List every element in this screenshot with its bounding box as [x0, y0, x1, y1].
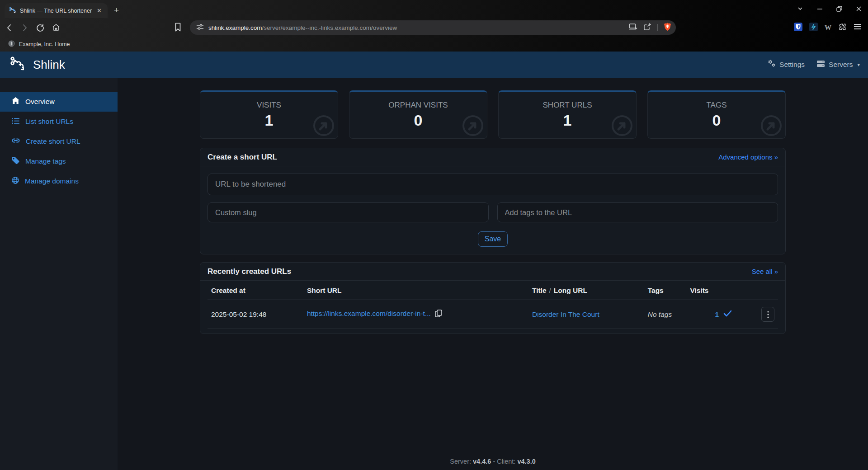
col-actions — [758, 281, 778, 300]
new-tab-button[interactable]: + — [114, 5, 119, 15]
stat-label: VISITS — [200, 101, 338, 110]
minimize-button[interactable] — [817, 6, 823, 12]
chevron-down-icon: ▾ — [857, 62, 860, 68]
close-window-button[interactable] — [856, 6, 862, 12]
server-version: v4.4.6 — [473, 458, 491, 465]
sidebar-item-create-short-url[interactable]: Create short URL — [0, 132, 118, 151]
short-url-link[interactable]: https://links.example.com/disorder-in-t.… — [307, 310, 431, 317]
link-icon — [12, 137, 20, 146]
tags-input[interactable] — [497, 202, 778, 222]
reload-button[interactable] — [36, 24, 44, 32]
bookmark-example-inc-home[interactable]: Example, Inc. Home — [8, 40, 70, 48]
main-content: VISITS 1 ORPHAN VISITS 0 SHORT URLS 1 — [118, 78, 868, 470]
servers-label: Servers — [829, 61, 853, 69]
client-version: v4.3.0 — [517, 458, 535, 465]
stat-card-short-urls[interactable]: SHORT URLS 1 — [498, 90, 637, 139]
stat-card-orphan-visits[interactable]: ORPHAN VISITS 0 — [349, 90, 487, 139]
url-path: /server/example--inc.-links.example.com/… — [262, 24, 397, 31]
settings-label: Settings — [779, 61, 805, 69]
sidebar-item-manage-tags[interactable]: Manage tags — [0, 151, 118, 171]
bookmark-label: Example, Inc. Home — [19, 41, 70, 47]
title-link[interactable]: Disorder In The Court — [532, 310, 599, 318]
sidebar-item-label: List short URLs — [25, 118, 73, 126]
browser-menu-icon[interactable] — [854, 23, 862, 32]
create-short-url-card: Create a short URL Advanced options » Sa… — [200, 148, 786, 254]
sidebar-item-label: Overview — [25, 98, 55, 106]
servers-icon — [816, 60, 825, 69]
maximize-button[interactable] — [836, 6, 842, 12]
table-row: 2025-05-02 19:48 https://links.example.c… — [208, 300, 778, 329]
tab-search-chevron-icon[interactable] — [797, 5, 803, 12]
lightning-extension-icon[interactable] — [809, 23, 818, 33]
visits-cell: 1 — [686, 300, 758, 329]
brave-shield-icon[interactable] — [664, 23, 671, 33]
long-url-input[interactable] — [208, 174, 778, 195]
settings-button[interactable]: Settings — [767, 60, 805, 70]
browser-chrome: Shlink — The URL shortener ✕ + — [0, 0, 868, 52]
row-menu-button[interactable] — [761, 307, 774, 322]
client-label: Client: — [497, 458, 515, 465]
browser-tab[interactable]: Shlink — The URL shortener ✕ — [5, 3, 108, 18]
recent-card-title: Recently created URLs — [208, 267, 291, 276]
col-tags: Tags — [644, 281, 687, 300]
address-bar[interactable]: shlink.example.com/server/example--inc.-… — [190, 20, 676, 35]
save-page-icon[interactable] — [629, 23, 637, 32]
sidebar-item-label: Manage tags — [25, 157, 66, 165]
custom-slug-input[interactable] — [208, 202, 489, 222]
stats-row: VISITS 1 ORPHAN VISITS 0 SHORT URLS 1 — [200, 90, 786, 139]
external-arrow-icon — [611, 114, 633, 139]
list-icon — [12, 118, 19, 126]
stat-card-tags[interactable]: TAGS 0 — [647, 90, 786, 139]
external-arrow-icon — [760, 114, 783, 139]
gear-icon — [767, 60, 776, 70]
slash-separator: / — [547, 287, 554, 294]
url-text: shlink.example.com/server/example--inc.-… — [208, 24, 629, 31]
brand[interactable]: Shlink — [10, 56, 65, 74]
save-button[interactable]: Save — [478, 231, 508, 247]
url-host: shlink.example.com — [208, 24, 262, 31]
app-title: Shlink — [33, 58, 65, 72]
home-button[interactable] — [52, 24, 60, 32]
share-icon[interactable] — [643, 23, 651, 33]
col-title-long-url: Title/Long URL — [528, 281, 644, 300]
actions-cell — [758, 300, 778, 329]
title-cell: Disorder In The Court — [528, 300, 644, 329]
see-all-link[interactable]: See all » — [752, 268, 778, 275]
stat-card-visits[interactable]: VISITS 1 — [200, 90, 338, 139]
home-icon — [12, 97, 19, 106]
site-settings-icon[interactable] — [196, 23, 204, 33]
sidebar-item-manage-domains[interactable]: Manage domains — [0, 171, 118, 191]
sidebar-item-label: Create short URL — [26, 137, 80, 146]
stat-label: TAGS — [648, 101, 785, 110]
servers-dropdown[interactable]: Servers ▾ — [816, 60, 860, 69]
tab-bar: Shlink — The URL shortener ✕ + — [0, 0, 868, 18]
col-visits: Visits — [686, 281, 758, 300]
extensions-puzzle-icon[interactable] — [838, 23, 847, 33]
sidebar-item-list-short-urls[interactable]: List short URLs — [0, 112, 118, 132]
bookmark-page-icon[interactable] — [175, 23, 181, 33]
bookmarks-bar: Example, Inc. Home — [0, 37, 868, 52]
check-icon — [723, 310, 732, 319]
recent-urls-table: Created at Short URL Title/Long URL Tags… — [208, 281, 778, 329]
create-card-title: Create a short URL — [208, 153, 277, 162]
visits-count[interactable]: 1 — [715, 310, 719, 319]
sidebar-item-label: Manage domains — [25, 177, 79, 185]
col-created-at: Created at — [208, 281, 303, 300]
copy-icon[interactable] — [435, 310, 442, 319]
wappalyzer-extension-icon[interactable]: W — [825, 24, 831, 32]
forward-button[interactable] — [21, 24, 28, 32]
external-arrow-icon — [462, 114, 484, 139]
no-tags-label: No tags — [648, 310, 672, 318]
advanced-options-link[interactable]: Advanced options » — [718, 153, 778, 161]
tab-title: Shlink — The URL shortener — [20, 8, 95, 14]
back-button[interactable] — [5, 24, 13, 32]
version-footer: Server: v4.4.6 - Client: v4.3.0 — [118, 458, 868, 465]
tag-icon — [12, 157, 19, 166]
tab-close-icon[interactable]: ✕ — [95, 7, 103, 14]
globe-icon — [12, 177, 19, 186]
created-at-cell: 2025-05-02 19:48 — [208, 300, 303, 329]
divider — [657, 24, 658, 31]
sidebar-item-overview[interactable]: Overview — [0, 92, 118, 112]
bitwarden-extension-icon[interactable] — [794, 23, 802, 33]
external-arrow-icon — [312, 114, 335, 139]
